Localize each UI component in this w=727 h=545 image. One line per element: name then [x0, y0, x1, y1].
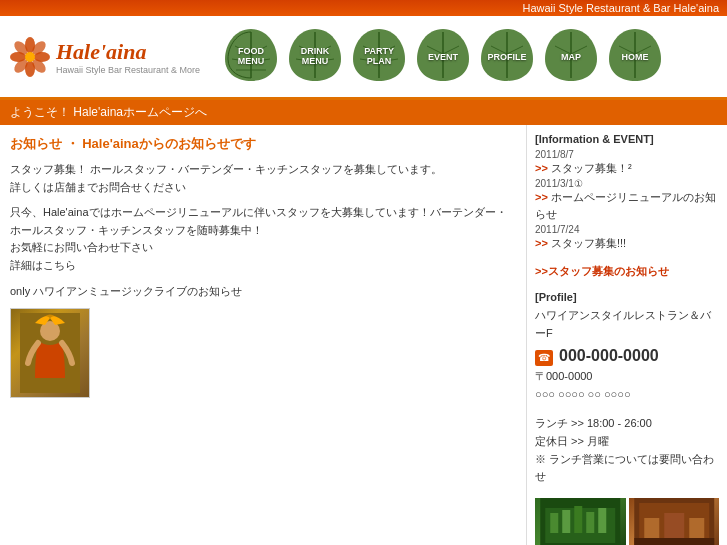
- address-1: 〒000-0000: [535, 368, 719, 386]
- info-title: [Information & EVENT]: [535, 133, 719, 145]
- header: Hale'aina Hawaii Style Bar Restaurant & …: [0, 16, 727, 100]
- hours-note: ※ ランチ営業については要問い合わせ: [535, 451, 719, 486]
- hours-2: 定休日 >> 月曜: [535, 433, 719, 451]
- svg-rect-46: [586, 512, 594, 533]
- logo-name: Hale'aina: [56, 39, 200, 65]
- arrow-icon-3: >>: [535, 237, 548, 249]
- content-para-1: スタッフ募集！ ホールスタッフ・バーテンダー・キッチンスタッフを募集しています。…: [10, 161, 516, 196]
- nav-food-menu[interactable]: FOODMENU: [220, 24, 282, 89]
- logo-subtitle: Hawaii Style Bar Restaurant & More: [56, 65, 200, 75]
- svg-rect-50: [644, 518, 659, 538]
- arrow-icon-1: >>: [535, 162, 548, 174]
- svg-point-9: [25, 52, 35, 62]
- entry-3: >> スタッフ募集!!!: [535, 235, 719, 253]
- entry-1: >> スタッフ募集！²: [535, 160, 719, 178]
- nav-event[interactable]: EVENT: [412, 24, 474, 89]
- top-bar: Hawaii Style Restaurant & Bar Hale'aina: [0, 0, 727, 16]
- phone-row: ☎ 000-000-0000: [535, 343, 719, 369]
- nav-home[interactable]: HOME: [604, 24, 666, 89]
- hours-1: ランチ >> 18:00 - 26:00: [535, 415, 719, 433]
- nav-drink-menu[interactable]: DRINKMENU: [284, 24, 346, 89]
- nav-party-plan[interactable]: PARTYPLAN: [348, 24, 410, 89]
- svg-rect-45: [574, 506, 582, 533]
- date-2: 2011/3/1①: [535, 178, 719, 189]
- page-banner: ようこそ！ Hale'ainaホームページへ: [0, 100, 727, 125]
- logo-icon: [10, 37, 50, 77]
- profile-section: [Profile] ハワイアンスタイルレストラン＆バーF ☎ 000-000-0…: [535, 291, 719, 485]
- entry-2: >> ホームページリニューアルのお知らせ: [535, 189, 719, 224]
- svg-rect-44: [562, 510, 570, 533]
- content-para-2: 只今、Hale'ainaではホームページリニューアルに伴いスタッフを大募集してい…: [10, 204, 516, 274]
- left-content: お知らせ ・ Hale'ainaからのお知らせです スタッフ募集！ ホールスタッ…: [0, 125, 527, 545]
- svg-rect-47: [598, 508, 606, 533]
- phone-icon: ☎: [535, 350, 553, 366]
- profile-name: ハワイアンスタイルレストラン＆バーF: [535, 307, 719, 342]
- svg-rect-52: [689, 518, 704, 538]
- logo-text-area: Hale'aina Hawaii Style Bar Restaurant & …: [56, 39, 200, 75]
- info-section: [Information & EVENT] 2011/8/7 >> スタッフ募集…: [535, 133, 719, 279]
- logo-area: Hale'aina Hawaii Style Bar Restaurant & …: [10, 37, 200, 77]
- photo-interior: [629, 498, 720, 545]
- profile-title: [Profile]: [535, 291, 719, 303]
- date-1: 2011/8/7: [535, 149, 719, 160]
- performer-image: [20, 313, 80, 393]
- main-nav: FOODMENU DRINKMENU PAR: [220, 24, 666, 89]
- content-para-3: only ハワイアンミュージックライブのお知らせ: [10, 283, 516, 301]
- top-bar-text: Hawaii Style Restaurant & Bar Hale'aina: [522, 2, 719, 14]
- photo-bar: [535, 498, 626, 545]
- date-3: 2011/7/24: [535, 224, 719, 235]
- main-layout: お知らせ ・ Hale'ainaからのお知らせです スタッフ募集！ ホールスタッ…: [0, 125, 727, 545]
- content-image: [10, 308, 90, 398]
- more-link[interactable]: >>スタッフ募集のお知らせ: [535, 265, 669, 277]
- photo-grid: [535, 498, 719, 545]
- phone-number: 000-000-0000: [559, 347, 659, 364]
- nav-map[interactable]: MAP: [540, 24, 602, 89]
- banner-text: ようこそ！ Hale'ainaホームページへ: [10, 104, 207, 121]
- svg-rect-53: [634, 538, 714, 545]
- content-title: お知らせ ・ Hale'ainaからのお知らせです: [10, 135, 516, 153]
- right-sidebar: [Information & EVENT] 2011/8/7 >> スタッフ募集…: [527, 125, 727, 545]
- svg-rect-51: [664, 513, 684, 538]
- nav-profile[interactable]: PROFILE: [476, 24, 538, 89]
- svg-rect-43: [550, 513, 558, 533]
- address-2: ○○○ ○○○○ ○○ ○○○○: [535, 386, 719, 404]
- arrow-icon-2: >>: [535, 191, 548, 203]
